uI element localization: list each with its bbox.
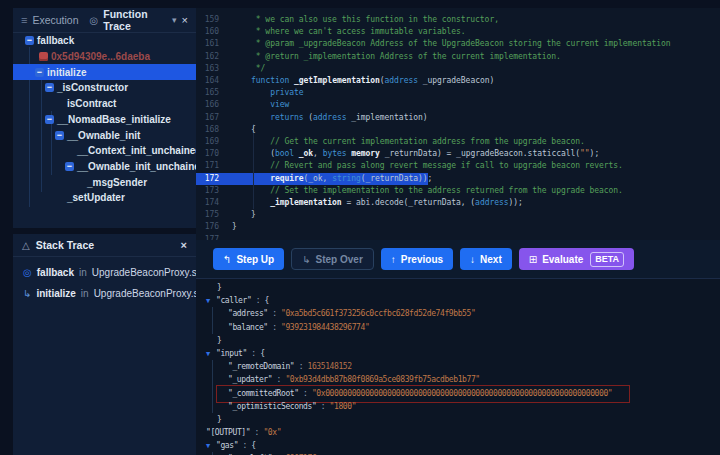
trace-item-label: __Ownable_init: [67, 130, 140, 141]
collapse-icon[interactable]: −: [25, 36, 34, 45]
beta-badge: BETA: [590, 252, 624, 267]
chevron-down-icon[interactable]: ▾: [172, 15, 177, 25]
code-text: require(_ok, string(_returnData));: [232, 173, 432, 185]
code-text: * where we can't access immutable variab…: [232, 26, 466, 38]
function-trace-header: ≡ Execution ◎ Function Trace ▾ ×: [13, 8, 196, 33]
button-label: Previous: [401, 254, 443, 265]
next-button[interactable]: ↓Next: [460, 248, 512, 270]
line-number[interactable]: 162: [196, 51, 219, 63]
code-line: 163 */: [196, 63, 720, 75]
trace-item-label: isContract: [67, 98, 116, 109]
enter-icon: ↳: [23, 288, 31, 299]
trace-tree-item--msgsender[interactable]: _msgSender: [13, 174, 196, 190]
json-field-balance: "balance" : "939231984438296774": [228, 321, 720, 334]
line-number[interactable]: 170: [196, 148, 219, 160]
stack-frame-fallback[interactable]: ◎fallbackinUpgradeBeaconProxy.sol:65: [13, 262, 196, 283]
stack-trace-title: Stack Trace: [36, 239, 94, 251]
function-trace-panel: ≡ Execution ◎ Function Trace ▾ × −fallba…: [13, 8, 196, 228]
line-number[interactable]: 160: [196, 26, 219, 38]
code-text: }: [232, 221, 237, 233]
collapse-icon[interactable]: −: [35, 68, 44, 77]
step-up-button[interactable]: ↰Step Up: [213, 248, 284, 270]
code-line: 162 * @return _implementation Address of…: [196, 51, 720, 63]
expander-icon[interactable]: ▼: [206, 348, 216, 361]
json-field-address: "address" : "0xa5bd5c661f373256c0ccfbc62…: [228, 307, 720, 320]
close-icon[interactable]: ×: [182, 14, 188, 26]
line-number[interactable]: 164: [196, 75, 219, 87]
trace-item-label: 0x5d94309e...6daeba: [51, 51, 150, 62]
close-icon[interactable]: ×: [181, 239, 187, 251]
json-field-_optimisticSeconds: "_optimisticSeconds" : "1800": [228, 400, 720, 413]
frame-function: fallback: [37, 267, 74, 278]
line-number[interactable]: 168: [196, 124, 219, 136]
stack-frame-initialize[interactable]: ↳initializeinUpgradeBeaconProxy.sol:172: [13, 283, 196, 304]
state-inspector: }▼"caller" : {"address" : "0xa5bd5c661f3…: [196, 278, 720, 455]
step-over-button[interactable]: ↳Step Over: [291, 248, 374, 270]
collapse-icon[interactable]: −: [45, 83, 54, 92]
json-close-brace: }: [217, 413, 720, 426]
trace-item-label: __Context_init_unchained: [77, 145, 201, 156]
step-up-icon: ↰: [223, 254, 231, 265]
line-number[interactable]: 159: [196, 14, 219, 26]
trace-tree-item-fallback[interactable]: −fallback: [13, 33, 196, 49]
line-number[interactable]: 176: [196, 221, 219, 233]
tab-execution[interactable]: Execution: [32, 14, 78, 26]
line-number[interactable]: 171: [196, 160, 219, 172]
code-line: 175 }: [196, 209, 720, 221]
expander-icon[interactable]: ▼: [206, 295, 216, 308]
json-close-brace: }: [217, 334, 720, 347]
code-line: 171 // Revert and pass along revert mess…: [196, 160, 720, 172]
trace-tree-item-initialize[interactable]: −initialize: [13, 64, 196, 80]
evaluate-button[interactable]: ⊞EvaluateBETA: [519, 248, 634, 270]
collapse-icon[interactable]: −: [55, 131, 64, 140]
trace-tree-item--nomadbase-initialize[interactable]: −__NomadBase_initialize: [13, 112, 196, 128]
line-number[interactable]: 165: [196, 87, 219, 99]
button-label: Step Over: [316, 254, 363, 265]
line-number[interactable]: 166: [196, 99, 219, 111]
trace-item-label: _setUpdater: [67, 192, 125, 203]
previous-button[interactable]: ↑Previous: [381, 248, 453, 270]
json-field-_committedRoot: "_committedRoot" : "0x000000000000000000…: [228, 387, 720, 400]
trace-tree-item-0x5d94309e-6daeba[interactable]: 0x5d94309e...6daeba: [13, 49, 196, 65]
trace-tree-item--ownable-init[interactable]: −__Ownable_init: [13, 127, 196, 143]
debugger-app: ≡ Execution ◎ Function Trace ▾ × −fallba…: [0, 0, 720, 455]
json-object-input: ▼"input" : {: [206, 347, 720, 360]
trace-tree-item--setupdater[interactable]: _setUpdater: [13, 190, 196, 206]
json-object-gas: ▼"gas" : {: [206, 439, 720, 452]
code-text: {: [232, 124, 256, 136]
json-close-brace: }: [217, 281, 720, 294]
code-text: */: [232, 63, 265, 75]
code-line: 174 _implementation = abi.decode(_return…: [196, 197, 720, 209]
code-text: * @return _implementation Address of the…: [232, 51, 561, 63]
code-line: 164 function _getImplementation(address …: [196, 75, 720, 87]
code-text: function _getImplementation(address _upg…: [232, 75, 494, 87]
trace-item-label: initialize: [47, 67, 86, 78]
line-number[interactable]: 167: [196, 112, 219, 124]
arrow-down-icon: ↓: [470, 254, 475, 265]
line-number[interactable]: 172: [196, 173, 219, 185]
line-number[interactable]: 174: [196, 197, 219, 209]
code-line: 176}: [196, 221, 720, 233]
collapse-icon[interactable]: −: [65, 162, 74, 171]
function-trace-icon: ◎: [90, 15, 99, 26]
line-number[interactable]: 169: [196, 136, 219, 148]
collapse-icon[interactable]: −: [45, 115, 54, 124]
trace-tree-item-iscontract[interactable]: isContract: [13, 96, 196, 112]
json-field-_updater: "_updater" : "0xb93d4dbb87b80f0869a5ce08…: [228, 373, 720, 386]
trace-item-label: __NomadBase_initialize: [57, 114, 171, 125]
trace-tree-item--ownable-init-unchained[interactable]: −__Ownable_init_unchained: [13, 159, 196, 175]
code-line: 167 returns (address _implementation): [196, 112, 720, 124]
code-line: 161 * @param _upgradeBeacon Address of t…: [196, 38, 720, 50]
code-line: 168 {: [196, 124, 720, 136]
line-number[interactable]: 173: [196, 185, 219, 197]
tab-function-trace[interactable]: Function Trace: [103, 8, 167, 32]
expander-icon[interactable]: ▼: [206, 440, 216, 453]
line-number[interactable]: 163: [196, 63, 219, 75]
trace-tree-item--context-init-unchained[interactable]: __Context_init_unchained: [13, 143, 196, 159]
line-number[interactable]: 161: [196, 38, 219, 50]
line-number[interactable]: 175: [196, 209, 219, 221]
trace-tree-item--isconstructor[interactable]: −_isConstructor: [13, 80, 196, 96]
code-line: 172 require(_ok, string(_returnData));: [196, 173, 720, 185]
target-icon: ◎: [23, 267, 32, 278]
menu-icon[interactable]: ≡: [21, 14, 27, 26]
